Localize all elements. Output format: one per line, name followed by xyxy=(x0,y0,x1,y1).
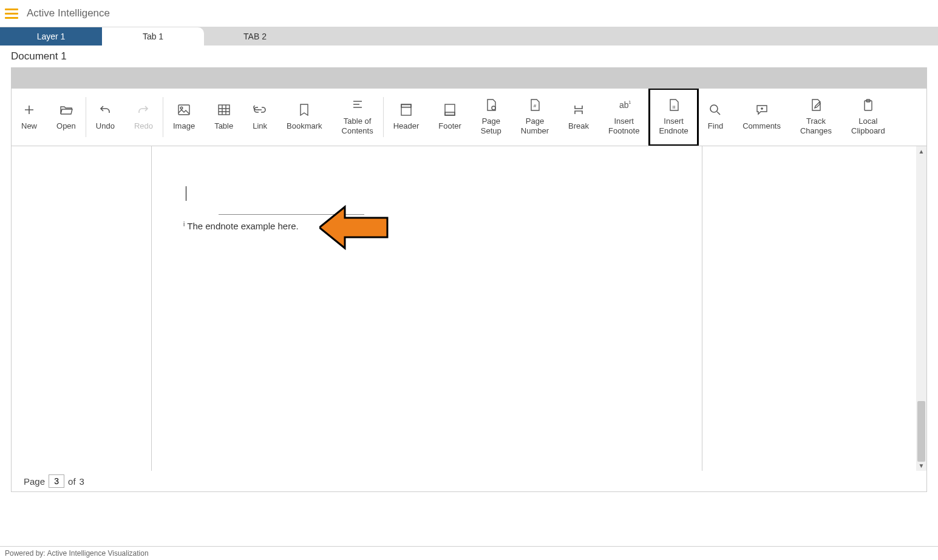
svg-rect-4 xyxy=(401,104,411,107)
insert-footnote-button[interactable]: ab1 Insert Footnote xyxy=(599,89,649,146)
page-indicator: Page of 3 xyxy=(11,471,927,492)
folder-open-icon xyxy=(59,103,73,116)
undo-button[interactable]: Undo xyxy=(86,89,124,146)
brand-bar: Active Intelligence xyxy=(0,0,938,27)
new-button[interactable]: New xyxy=(12,89,47,146)
document-page[interactable]: iThe endnote example here. xyxy=(151,146,702,471)
table-button[interactable]: Table xyxy=(205,89,243,146)
endnote-icon: iii xyxy=(667,98,681,112)
scroll-down-icon[interactable]: ▼ xyxy=(916,460,926,471)
header-icon xyxy=(399,103,413,116)
find-button[interactable]: Find xyxy=(698,89,733,146)
svg-text:ab: ab xyxy=(619,100,629,110)
insert-endnote-button[interactable]: iii Insert Endnote xyxy=(649,89,698,146)
page-current-input[interactable] xyxy=(49,474,64,488)
page-number-button[interactable]: # Page Number xyxy=(511,89,559,146)
table-icon xyxy=(217,103,231,116)
document-title-bar: Document 1 xyxy=(0,46,938,67)
toc-icon xyxy=(351,98,364,112)
endnote-separator xyxy=(219,214,364,215)
svg-point-12 xyxy=(710,105,718,112)
tab-2[interactable]: TAB 2 xyxy=(204,27,306,46)
track-changes-button[interactable]: Track Changes xyxy=(790,89,841,146)
svg-text:iii: iii xyxy=(672,105,675,109)
page-total: 3 xyxy=(80,476,84,487)
comment-icon xyxy=(755,103,769,116)
app-footer: Powered by: Active Intelligence Visualiz… xyxy=(0,546,938,560)
svg-point-7 xyxy=(492,106,495,110)
endnote-entry[interactable]: iThe endnote example here. xyxy=(183,221,299,231)
footer-button[interactable]: Footer xyxy=(429,89,471,146)
link-button[interactable]: Link xyxy=(243,89,277,146)
redo-icon xyxy=(137,103,150,116)
editor-area[interactable]: iThe endnote example here. ▲ ▼ xyxy=(11,146,927,471)
break-icon xyxy=(572,103,585,116)
scroll-up-icon[interactable]: ▲ xyxy=(916,146,926,157)
footer-icon xyxy=(443,103,457,116)
svg-text:1: 1 xyxy=(628,100,631,105)
clipboard-icon xyxy=(862,98,875,112)
footnote-icon: ab1 xyxy=(617,98,631,112)
page-setup-icon xyxy=(484,98,498,112)
svg-rect-0 xyxy=(178,105,189,115)
undo-icon xyxy=(98,103,112,116)
annotation-arrow-icon xyxy=(319,203,392,252)
footer-text: Powered by: Active Intelligence Visualiz… xyxy=(5,549,149,558)
comments-button[interactable]: Comments xyxy=(733,89,790,146)
hamburger-icon[interactable] xyxy=(5,6,19,21)
header-button[interactable]: Header xyxy=(384,89,429,146)
plus-icon xyxy=(22,103,36,116)
bookmark-icon xyxy=(297,103,311,116)
toc-button[interactable]: Table of Contents xyxy=(332,89,383,146)
text-cursor xyxy=(186,186,186,201)
track-changes-icon xyxy=(809,98,823,112)
ribbon-shell: New Open Undo Redo Image xyxy=(11,67,927,492)
ribbon-spacer xyxy=(11,67,927,88)
svg-text:#: # xyxy=(534,103,537,109)
tab-strip: Layer 1 Tab 1 TAB 2 xyxy=(0,27,938,46)
page-setup-button[interactable]: Page Setup xyxy=(471,89,511,146)
scroll-thumb[interactable] xyxy=(917,401,925,462)
document-title: Document 1 xyxy=(11,50,67,62)
endnote-marker: i xyxy=(183,221,185,228)
tab-1[interactable]: Tab 1 xyxy=(102,27,204,46)
redo-button[interactable]: Redo xyxy=(124,89,163,146)
svg-point-1 xyxy=(180,107,183,109)
break-button[interactable]: Break xyxy=(559,89,599,146)
svg-rect-2 xyxy=(219,105,229,115)
search-icon xyxy=(709,103,722,116)
local-clipboard-button[interactable]: Local Clipboard xyxy=(841,89,895,146)
svg-rect-6 xyxy=(445,112,455,115)
vertical-scrollbar[interactable]: ▲ ▼ xyxy=(916,146,926,471)
bookmark-button[interactable]: Bookmark xyxy=(277,89,332,146)
page-number-icon: # xyxy=(528,98,542,112)
link-icon xyxy=(253,103,267,116)
svg-marker-15 xyxy=(319,207,387,248)
image-icon xyxy=(177,103,191,116)
image-button[interactable]: Image xyxy=(163,89,205,146)
ribbon-toolbar: New Open Undo Redo Image xyxy=(11,88,927,146)
endnote-text: The endnote example here. xyxy=(187,221,298,231)
tab-layer-1[interactable]: Layer 1 xyxy=(0,27,102,46)
brand-title: Active Intelligence xyxy=(27,7,110,19)
open-button[interactable]: Open xyxy=(47,89,86,146)
page-of-label: of xyxy=(68,476,76,487)
page-label: Page xyxy=(24,476,45,487)
